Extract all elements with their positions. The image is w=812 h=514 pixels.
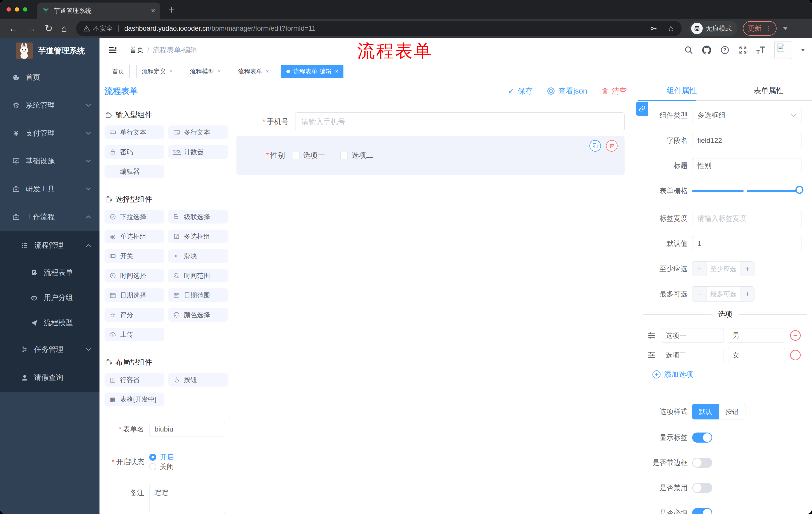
- stepper-minus-button[interactable]: −: [692, 262, 706, 276]
- sidebar-item-home[interactable]: 首页: [0, 63, 99, 91]
- style-button-button[interactable]: 按钮: [719, 404, 746, 420]
- component-upload[interactable]: 上传: [105, 328, 164, 341]
- label-width-input[interactable]: [692, 211, 802, 226]
- remove-option-button[interactable]: −: [790, 330, 801, 341]
- remove-option-button[interactable]: −: [790, 350, 801, 360]
- sidebar-item-task-mgmt[interactable]: 任务管理: [0, 335, 99, 363]
- sidebar-item-process-mgmt[interactable]: 流程管理: [0, 231, 99, 260]
- form-remark-textarea[interactable]: 嘿嘿: [149, 485, 225, 513]
- search-icon[interactable]: [684, 46, 693, 55]
- component-radio-group[interactable]: ◉单选框组: [105, 229, 164, 243]
- sidebar-item-devtools[interactable]: 研发工具: [0, 175, 99, 203]
- traffic-zoom-button[interactable]: [23, 7, 27, 11]
- help-icon[interactable]: [720, 46, 729, 55]
- address-bar[interactable]: 不安全 dashboard.yudao.iocoder.cn/bpm/manag…: [76, 21, 682, 36]
- component-slider[interactable]: 滑块: [168, 249, 228, 263]
- tag-close-icon[interactable]: ×: [169, 68, 173, 75]
- sidebar-item-process-model[interactable]: 流程模型: [0, 310, 99, 335]
- avatar[interactable]: [774, 41, 792, 59]
- tag-process-model[interactable]: 流程模型×: [185, 65, 226, 78]
- drag-handle-icon[interactable]: [647, 351, 656, 360]
- component-switch[interactable]: 开关: [105, 249, 164, 263]
- component-select[interactable]: 下拉选择: [105, 210, 164, 223]
- view-json-button[interactable]: 查看json: [547, 86, 587, 96]
- default-value-input[interactable]: [692, 236, 802, 251]
- slider-handle[interactable]: [795, 186, 804, 194]
- bookmark-star-icon[interactable]: ☆: [667, 24, 674, 32]
- component-counter[interactable]: 123计数器: [168, 145, 228, 159]
- title-input[interactable]: [692, 158, 802, 173]
- gender-option-2[interactable]: 选项二: [341, 151, 373, 160]
- sidebar-item-leave-query[interactable]: 请假查询: [0, 363, 99, 392]
- back-button[interactable]: ←: [8, 24, 18, 33]
- sidebar-item-system[interactable]: ⚙ 系统管理: [0, 91, 99, 119]
- disabled-switch[interactable]: [692, 483, 712, 493]
- component-multi-text[interactable]: 多行文本: [168, 126, 228, 139]
- fullscreen-icon[interactable]: [738, 46, 748, 55]
- checkbox-icon[interactable]: [341, 152, 348, 159]
- component-type-select[interactable]: 多选框组: [692, 108, 802, 123]
- tag-home[interactable]: 首页: [107, 65, 129, 78]
- field-name-input[interactable]: [692, 133, 802, 148]
- stepper-plus-button[interactable]: +: [740, 287, 754, 301]
- phone-field-row[interactable]: *手机号: [236, 112, 625, 131]
- component-button[interactable]: 按钮: [168, 373, 228, 386]
- tag-close-icon[interactable]: ×: [266, 68, 269, 75]
- delete-component-button[interactable]: [606, 140, 617, 152]
- sidebar-item-payment[interactable]: ¥ 支付管理: [0, 119, 99, 147]
- font-size-icon[interactable]: TT: [756, 45, 765, 55]
- clear-button[interactable]: 清空: [601, 86, 627, 96]
- min-checked-input[interactable]: [706, 262, 740, 276]
- stepper-plus-button[interactable]: +: [740, 262, 754, 276]
- component-single-text[interactable]: 单行文本: [105, 126, 164, 139]
- sidebar-item-process-form[interactable]: 流程表单: [0, 260, 99, 285]
- tag-process-form[interactable]: 流程表单×: [233, 65, 274, 78]
- collapse-sidebar-icon[interactable]: [108, 45, 118, 55]
- breadcrumb-home[interactable]: 首页: [129, 45, 144, 55]
- forward-button[interactable]: →: [27, 24, 36, 33]
- component-color-picker[interactable]: 颜色选择: [168, 308, 228, 322]
- selected-checkbox-component[interactable]: *性别 选项一 选项二: [236, 136, 625, 175]
- github-icon[interactable]: [702, 46, 711, 55]
- option-label-input[interactable]: [661, 328, 724, 343]
- gender-option-1[interactable]: 选项一: [292, 151, 325, 160]
- component-checkbox-group[interactable]: ☑多选框组: [168, 229, 228, 243]
- profile-caret-icon[interactable]: [783, 27, 788, 30]
- component-rate[interactable]: ☆评分: [105, 308, 164, 322]
- phone-input[interactable]: [295, 112, 625, 131]
- reload-button[interactable]: ↻: [45, 24, 53, 33]
- component-date-picker[interactable]: 日期选择: [105, 289, 164, 302]
- component-editor[interactable]: 编辑器: [105, 165, 164, 178]
- sidebar-item-user-group[interactable]: 用户分组: [0, 285, 99, 310]
- max-checked-input[interactable]: [706, 287, 740, 301]
- border-switch[interactable]: [692, 458, 712, 468]
- traffic-close-button[interactable]: [6, 7, 11, 11]
- browser-tab[interactable]: 芋道管理系统 ×: [37, 2, 160, 19]
- show-label-switch[interactable]: [692, 433, 712, 442]
- tab-close-icon[interactable]: ×: [151, 7, 155, 14]
- tag-close-icon[interactable]: ×: [218, 68, 221, 75]
- option-value-input[interactable]: [728, 348, 785, 362]
- option-label-input[interactable]: [661, 348, 724, 362]
- tab-form-props[interactable]: 表单属性: [725, 81, 812, 100]
- tag-process-form-edit[interactable]: 流程表单-编辑×: [281, 65, 344, 78]
- key-icon[interactable]: [650, 25, 657, 32]
- component-date-range[interactable]: 日期范围: [168, 289, 228, 302]
- grid-slider[interactable]: [692, 190, 802, 192]
- component-password[interactable]: 密码: [105, 145, 164, 159]
- link-button[interactable]: [636, 102, 648, 116]
- new-tab-button[interactable]: +: [166, 4, 177, 16]
- required-switch[interactable]: [692, 508, 712, 514]
- traffic-minimize-button[interactable]: [15, 7, 19, 11]
- form-name-input[interactable]: [149, 422, 225, 437]
- sidebar-logo[interactable]: 芋道管理系统: [0, 38, 99, 63]
- browser-menu-icon[interactable]: ⋮: [765, 25, 772, 32]
- status-off-radio[interactable]: 关闭: [149, 462, 225, 471]
- drag-handle-icon[interactable]: [647, 331, 656, 340]
- sidebar-item-workflow[interactable]: 工作流程: [0, 203, 99, 231]
- copy-component-button[interactable]: [589, 140, 601, 152]
- add-option-button[interactable]: + 添加选项: [652, 370, 812, 379]
- stepper-minus-button[interactable]: −: [692, 287, 706, 301]
- home-button[interactable]: ⌂: [61, 24, 67, 33]
- style-default-button[interactable]: 默认: [692, 404, 719, 420]
